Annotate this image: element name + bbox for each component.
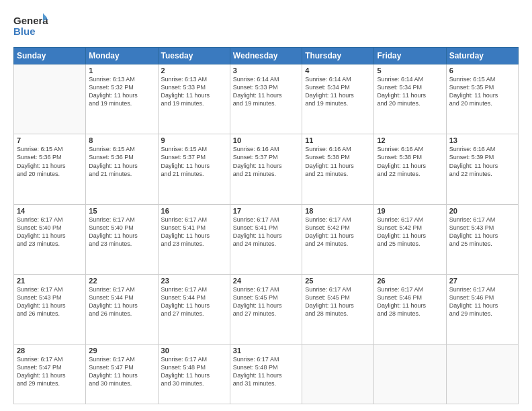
calendar-cell — [14, 64, 86, 134]
calendar-cell: 27Sunrise: 6:17 AM Sunset: 5:46 PM Dayli… — [446, 274, 518, 344]
day-info: Sunrise: 6:17 AM Sunset: 5:45 PM Dayligh… — [233, 285, 299, 318]
calendar-cell: 16Sunrise: 6:17 AM Sunset: 5:41 PM Dayli… — [158, 204, 230, 274]
calendar-cell: 1Sunrise: 6:13 AM Sunset: 5:32 PM Daylig… — [86, 64, 158, 134]
calendar-cell: 26Sunrise: 6:17 AM Sunset: 5:46 PM Dayli… — [374, 274, 446, 344]
calendar-cell: 14Sunrise: 6:17 AM Sunset: 5:40 PM Dayli… — [14, 204, 86, 274]
day-info: Sunrise: 6:17 AM Sunset: 5:44 PM Dayligh… — [161, 285, 227, 318]
calendar-cell — [302, 345, 374, 404]
day-info: Sunrise: 6:17 AM Sunset: 5:42 PM Dayligh… — [377, 216, 443, 248]
day-number: 19 — [377, 207, 443, 215]
day-info: Sunrise: 6:17 AM Sunset: 5:44 PM Dayligh… — [89, 285, 154, 318]
weekday-header-friday: Friday — [374, 48, 446, 64]
day-number: 18 — [305, 207, 371, 215]
calendar-cell: 9Sunrise: 6:15 AM Sunset: 5:37 PM Daylig… — [158, 134, 230, 204]
day-number: 20 — [449, 207, 515, 215]
header: General Blue — [13, 12, 519, 40]
weekday-header-saturday: Saturday — [446, 48, 518, 64]
day-info: Sunrise: 6:17 AM Sunset: 5:43 PM Dayligh… — [449, 216, 515, 248]
day-number: 13 — [449, 136, 515, 144]
day-number: 2 — [161, 66, 227, 75]
day-number: 15 — [89, 207, 154, 215]
calendar-cell: 7Sunrise: 6:15 AM Sunset: 5:36 PM Daylig… — [14, 134, 86, 204]
day-number: 14 — [17, 207, 83, 215]
calendar-cell: 28Sunrise: 6:17 AM Sunset: 5:47 PM Dayli… — [14, 345, 86, 404]
day-info: Sunrise: 6:15 AM Sunset: 5:36 PM Dayligh… — [17, 145, 83, 178]
day-info: Sunrise: 6:14 AM Sunset: 5:34 PM Dayligh… — [305, 75, 371, 108]
day-info: Sunrise: 6:17 AM Sunset: 5:45 PM Dayligh… — [305, 285, 371, 318]
day-number: 21 — [17, 277, 83, 285]
day-number: 7 — [17, 136, 83, 144]
day-number: 10 — [233, 136, 299, 144]
day-number: 24 — [233, 277, 299, 285]
calendar-cell: 13Sunrise: 6:16 AM Sunset: 5:39 PM Dayli… — [446, 134, 518, 204]
day-info: Sunrise: 6:17 AM Sunset: 5:41 PM Dayligh… — [233, 216, 299, 248]
day-info: Sunrise: 6:17 AM Sunset: 5:48 PM Dayligh… — [161, 355, 227, 388]
day-info: Sunrise: 6:16 AM Sunset: 5:39 PM Dayligh… — [449, 145, 515, 178]
day-info: Sunrise: 6:15 AM Sunset: 5:36 PM Dayligh… — [89, 145, 154, 178]
logo-icon: General Blue — [13, 12, 48, 40]
day-info: Sunrise: 6:15 AM Sunset: 5:37 PM Dayligh… — [161, 145, 227, 178]
day-number: 23 — [161, 277, 227, 285]
calendar-table: SundayMondayTuesdayWednesdayThursdayFrid… — [13, 47, 519, 404]
weekday-header-tuesday: Tuesday — [158, 48, 230, 64]
day-info: Sunrise: 6:17 AM Sunset: 5:40 PM Dayligh… — [89, 216, 154, 248]
calendar-cell: 21Sunrise: 6:17 AM Sunset: 5:43 PM Dayli… — [14, 274, 86, 344]
calendar-cell: 5Sunrise: 6:14 AM Sunset: 5:34 PM Daylig… — [374, 64, 446, 134]
calendar-cell — [374, 345, 446, 404]
day-number: 12 — [377, 136, 443, 144]
day-info: Sunrise: 6:16 AM Sunset: 5:38 PM Dayligh… — [377, 145, 443, 178]
day-number: 27 — [449, 277, 515, 285]
day-info: Sunrise: 6:14 AM Sunset: 5:33 PM Dayligh… — [233, 75, 299, 108]
day-number: 9 — [161, 136, 227, 144]
weekday-header-monday: Monday — [86, 48, 158, 64]
day-number: 31 — [233, 347, 299, 355]
weekday-header-sunday: Sunday — [14, 48, 86, 64]
day-info: Sunrise: 6:17 AM Sunset: 5:46 PM Dayligh… — [377, 285, 443, 318]
day-number: 26 — [377, 277, 443, 285]
calendar-cell: 15Sunrise: 6:17 AM Sunset: 5:40 PM Dayli… — [86, 204, 158, 274]
day-number: 3 — [233, 66, 299, 75]
day-info: Sunrise: 6:13 AM Sunset: 5:32 PM Dayligh… — [89, 75, 154, 108]
day-info: Sunrise: 6:17 AM Sunset: 5:41 PM Dayligh… — [161, 216, 227, 248]
logo: General Blue — [13, 12, 48, 40]
calendar-cell: 11Sunrise: 6:16 AM Sunset: 5:38 PM Dayli… — [302, 134, 374, 204]
day-info: Sunrise: 6:17 AM Sunset: 5:40 PM Dayligh… — [17, 216, 83, 248]
day-number: 30 — [161, 347, 227, 355]
day-number: 17 — [233, 207, 299, 215]
calendar-cell: 8Sunrise: 6:15 AM Sunset: 5:36 PM Daylig… — [86, 134, 158, 204]
day-number: 29 — [89, 347, 154, 355]
day-number: 1 — [89, 66, 154, 75]
day-info: Sunrise: 6:17 AM Sunset: 5:47 PM Dayligh… — [17, 355, 83, 388]
calendar-cell — [446, 345, 518, 404]
calendar-cell: 31Sunrise: 6:17 AM Sunset: 5:48 PM Dayli… — [230, 345, 302, 404]
day-info: Sunrise: 6:17 AM Sunset: 5:42 PM Dayligh… — [305, 216, 371, 248]
calendar-cell: 22Sunrise: 6:17 AM Sunset: 5:44 PM Dayli… — [86, 274, 158, 344]
day-info: Sunrise: 6:17 AM Sunset: 5:48 PM Dayligh… — [233, 355, 299, 388]
day-info: Sunrise: 6:13 AM Sunset: 5:33 PM Dayligh… — [161, 75, 227, 108]
day-info: Sunrise: 6:17 AM Sunset: 5:43 PM Dayligh… — [17, 285, 83, 318]
page: General Blue SundayMondayTuesdayWednesda… — [0, 0, 532, 411]
calendar-cell: 19Sunrise: 6:17 AM Sunset: 5:42 PM Dayli… — [374, 204, 446, 274]
day-info: Sunrise: 6:15 AM Sunset: 5:35 PM Dayligh… — [449, 75, 515, 108]
day-number: 28 — [17, 347, 83, 355]
day-number: 25 — [305, 277, 371, 285]
day-number: 6 — [449, 66, 515, 75]
day-number: 8 — [89, 136, 154, 144]
calendar-cell: 24Sunrise: 6:17 AM Sunset: 5:45 PM Dayli… — [230, 274, 302, 344]
day-number: 16 — [161, 207, 227, 215]
day-number: 11 — [305, 136, 371, 144]
calendar-cell: 2Sunrise: 6:13 AM Sunset: 5:33 PM Daylig… — [158, 64, 230, 134]
calendar-cell: 18Sunrise: 6:17 AM Sunset: 5:42 PM Dayli… — [302, 204, 374, 274]
day-info: Sunrise: 6:17 AM Sunset: 5:46 PM Dayligh… — [449, 285, 515, 318]
calendar-cell: 17Sunrise: 6:17 AM Sunset: 5:41 PM Dayli… — [230, 204, 302, 274]
weekday-header-wednesday: Wednesday — [230, 48, 302, 64]
day-info: Sunrise: 6:16 AM Sunset: 5:37 PM Dayligh… — [233, 145, 299, 178]
weekday-header-thursday: Thursday — [302, 48, 374, 64]
day-number: 5 — [377, 66, 443, 75]
calendar-cell: 10Sunrise: 6:16 AM Sunset: 5:37 PM Dayli… — [230, 134, 302, 204]
svg-text:Blue: Blue — [13, 26, 36, 37]
calendar-cell: 25Sunrise: 6:17 AM Sunset: 5:45 PM Dayli… — [302, 274, 374, 344]
calendar-cell: 3Sunrise: 6:14 AM Sunset: 5:33 PM Daylig… — [230, 64, 302, 134]
calendar-cell: 30Sunrise: 6:17 AM Sunset: 5:48 PM Dayli… — [158, 345, 230, 404]
day-number: 4 — [305, 66, 371, 75]
